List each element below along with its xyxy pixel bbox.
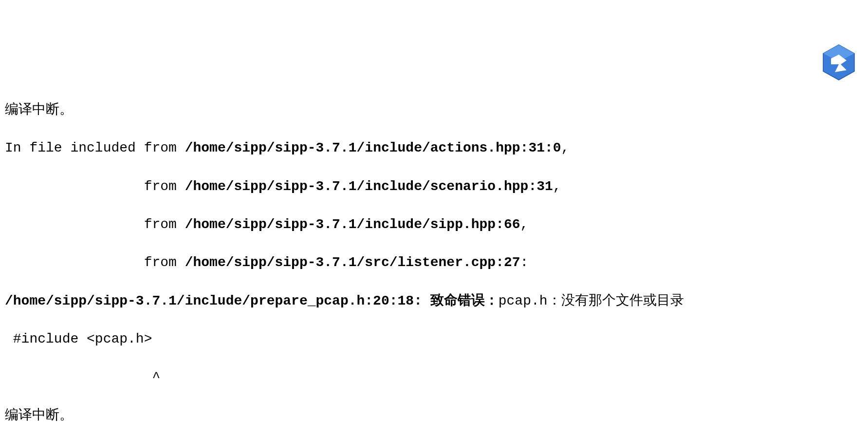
fatal-error-line: /home/sipp/sipp-3.7.1/include/prepare_pc… <box>5 291 863 310</box>
include-chain-4: from /home/sipp/sipp-3.7.1/src/listener.… <box>5 253 863 272</box>
compile-interrupt-1: 编译中断。 <box>5 100 863 119</box>
caret-pointer: ^ <box>5 368 863 387</box>
thunder-bird-icon <box>819 5 858 44</box>
include-chain-2: from /home/sipp/sipp-3.7.1/include/scena… <box>5 177 863 196</box>
terminal-output: 编译中断。 In file included from /home/sipp/s… <box>5 81 863 442</box>
include-chain-3: from /home/sipp/sipp-3.7.1/include/sipp.… <box>5 215 863 234</box>
compile-interrupt-2: 编译中断。 <box>5 406 863 425</box>
include-chain-1: In file included from /home/sipp/sipp-3.… <box>5 138 863 157</box>
include-code-line: #include <pcap.h> <box>5 329 863 348</box>
